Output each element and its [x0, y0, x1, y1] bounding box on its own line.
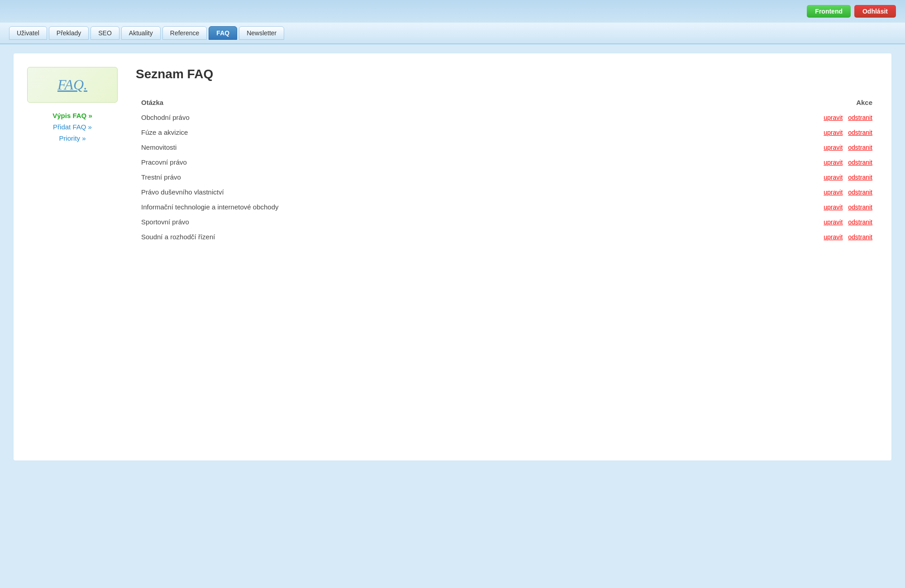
- faq-question-cell: Nemovitosti: [136, 140, 652, 155]
- nav-tab-newsletter[interactable]: Newsletter: [239, 26, 284, 40]
- faq-actions-cell: upravitodstranit: [652, 170, 878, 185]
- faq-question-cell: Soudní a rozhodčí řízení: [136, 229, 652, 244]
- nav-tab-faq[interactable]: FAQ: [209, 26, 237, 40]
- table-row: Právo duševního vlastnictvíupravitodstra…: [136, 185, 878, 199]
- table-row: Trestní právoupravitodstranit: [136, 170, 878, 185]
- nav-tab-uzivatele[interactable]: Uživatel: [9, 26, 47, 40]
- odstranit-link[interactable]: odstranit: [848, 218, 872, 226]
- upravit-link[interactable]: upravit: [824, 129, 843, 136]
- table-row: Soudní a rozhodčí řízeníupravitodstranit: [136, 229, 878, 244]
- table-row: Sportovní právoupravitodstranit: [136, 214, 878, 229]
- faq-actions-cell: upravitodstranit: [652, 229, 878, 244]
- sidebar-nav: Výpis FAQ » Přidat FAQ » Priority »: [27, 112, 118, 142]
- table-row: Informační technologie a internetové obc…: [136, 199, 878, 214]
- faq-question-cell: Obchodní právo: [136, 110, 652, 125]
- odstranit-link[interactable]: odstranit: [848, 204, 872, 211]
- upravit-link[interactable]: upravit: [824, 204, 843, 211]
- faq-actions-cell: upravitodstranit: [652, 125, 878, 140]
- odstranit-link[interactable]: odstranit: [848, 114, 872, 121]
- sidebar: FAQ. Výpis FAQ » Přidat FAQ » Priority »: [27, 67, 118, 244]
- upravit-link[interactable]: upravit: [824, 159, 843, 166]
- faq-actions-cell: upravitodstranit: [652, 155, 878, 170]
- sidebar-link-pridat[interactable]: Přidat FAQ »: [53, 123, 92, 131]
- faq-table: Otázka Akce Obchodní právoupravitodstran…: [136, 95, 878, 244]
- upravit-link[interactable]: upravit: [824, 233, 843, 241]
- page-title: Seznam FAQ: [136, 67, 878, 81]
- faq-actions-cell: upravitodstranit: [652, 214, 878, 229]
- faq-question-cell: Fúze a akvizice: [136, 125, 652, 140]
- upravit-link[interactable]: upravit: [824, 174, 843, 181]
- main-content: FAQ. Výpis FAQ » Přidat FAQ » Priority »…: [14, 53, 891, 460]
- top-bar: Frontend Odhlásit: [0, 0, 905, 23]
- table-row: Pracovní právoupravitodstranit: [136, 155, 878, 170]
- faq-actions-cell: upravitodstranit: [652, 110, 878, 125]
- col-header-actions: Akce: [652, 95, 878, 110]
- upravit-link[interactable]: upravit: [824, 114, 843, 121]
- table-row: Fúze a akviziceupravitodstranit: [136, 125, 878, 140]
- faq-actions-cell: upravitodstranit: [652, 199, 878, 214]
- faq-actions-cell: upravitodstranit: [652, 140, 878, 155]
- faq-actions-cell: upravitodstranit: [652, 185, 878, 199]
- sidebar-link-priority[interactable]: Priority »: [59, 134, 86, 142]
- odstranit-link[interactable]: odstranit: [848, 129, 872, 136]
- table-row: Nemovitostiupravitodstranit: [136, 140, 878, 155]
- faq-question-cell: Informační technologie a internetové obc…: [136, 199, 652, 214]
- faq-question-cell: Trestní právo: [136, 170, 652, 185]
- nav-tab-seo[interactable]: SEO: [90, 26, 119, 40]
- nav-tab-aktuality[interactable]: Aktuality: [121, 26, 161, 40]
- main-area: Seznam FAQ Otázka Akce Obchodní právoupr…: [136, 67, 878, 244]
- sidebar-link-vypis[interactable]: Výpis FAQ »: [52, 112, 92, 119]
- odstranit-link[interactable]: odstranit: [848, 174, 872, 181]
- sidebar-logo: FAQ.: [27, 67, 118, 103]
- nav-tab-reference[interactable]: Reference: [162, 26, 207, 40]
- faq-question-cell: Pracovní právo: [136, 155, 652, 170]
- odstranit-link[interactable]: odstranit: [848, 189, 872, 196]
- faq-question-cell: Právo duševního vlastnictví: [136, 185, 652, 199]
- odstranit-link[interactable]: odstranit: [848, 233, 872, 241]
- frontend-button[interactable]: Frontend: [807, 5, 851, 18]
- odhlasit-button[interactable]: Odhlásit: [854, 5, 896, 18]
- faq-question-cell: Sportovní právo: [136, 214, 652, 229]
- table-row: Obchodní právoupravitodstranit: [136, 110, 878, 125]
- nav-tab-preklady[interactable]: Překlady: [49, 26, 89, 40]
- upravit-link[interactable]: upravit: [824, 144, 843, 151]
- nav-bar: Uživatel Překlady SEO Aktuality Referenc…: [0, 23, 905, 44]
- upravit-link[interactable]: upravit: [824, 189, 843, 196]
- odstranit-link[interactable]: odstranit: [848, 144, 872, 151]
- col-header-question: Otázka: [136, 95, 652, 110]
- odstranit-link[interactable]: odstranit: [848, 159, 872, 166]
- sidebar-logo-text: FAQ.: [57, 76, 87, 93]
- upravit-link[interactable]: upravit: [824, 218, 843, 226]
